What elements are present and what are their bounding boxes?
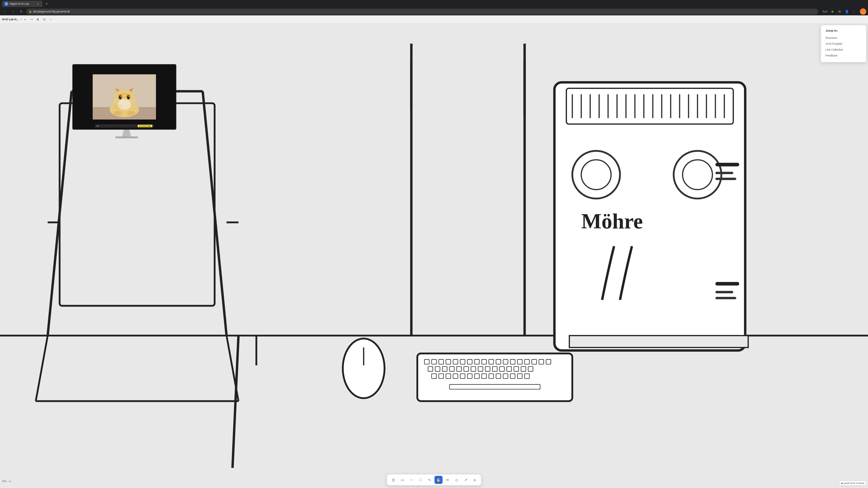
monitor-controls: cat − + Generate Image — [95, 124, 154, 128]
svg-point-122 — [127, 111, 135, 116]
browser-chrome: D Digital AI+D Lab ✕ + ← → ↻ 🔒 aid-playg… — [0, 0, 329, 15]
app-logo: AI+D Lab H... — [2, 18, 19, 21]
url-bar[interactable]: 🔒 aid-playground.hfg-gmuend.de — [26, 8, 329, 14]
monitor-screen: cat − + Generate Image — [72, 64, 176, 130]
address-bar: ← → ↻ 🔒 aid-playground.hfg-gmuend.de A⇄ … — [0, 8, 329, 15]
forward-button[interactable]: → — [10, 8, 16, 15]
lock-icon: 🔒 — [29, 10, 32, 13]
canvas-area[interactable]: Möhre — [0, 24, 329, 184]
url-text: aid-playground.hfg-gmuend.de — [33, 10, 70, 13]
monitor-stand — [122, 130, 131, 136]
undo-button[interactable]: ↩ — [23, 17, 28, 22]
duplicate-button[interactable]: ⧉ — [41, 17, 47, 22]
svg-point-111 — [127, 96, 129, 99]
tab-close-button[interactable]: ✕ — [36, 2, 40, 6]
prompt-input[interactable]: cat — [96, 125, 99, 127]
tab-bar: D Digital AI+D Lab ✕ + — [0, 0, 329, 8]
minus-btn[interactable]: − — [111, 125, 112, 127]
svg-point-113 — [128, 96, 129, 97]
svg-point-124 — [119, 99, 129, 105]
tab-title: Digital AI+D Lab — [9, 2, 29, 5]
tab-favicon: D — [4, 2, 8, 6]
redo-button[interactable]: ↪ — [29, 17, 34, 22]
svg-line-2 — [203, 91, 226, 184]
plus-btn[interactable]: + — [124, 125, 125, 127]
svg-point-112 — [120, 96, 121, 97]
app-toolbar: AI+D Lab H... ▾ ↩ ↪ 🗑 ⧉ ⋯ — [0, 15, 329, 24]
delete-button[interactable]: 🗑 — [35, 17, 41, 22]
more-toolbar-button[interactable]: ⋯ — [48, 17, 53, 22]
reload-button[interactable]: ↻ — [18, 8, 24, 15]
monitor-base — [115, 136, 138, 138]
generate-button[interactable]: Generate Image — [138, 125, 152, 127]
back-button[interactable]: ← — [2, 8, 8, 15]
cat-image — [93, 74, 156, 120]
svg-point-110 — [119, 96, 121, 99]
active-tab[interactable]: D Digital AI+D Lab ✕ — [2, 1, 42, 7]
app-dropdown-icon[interactable]: ▾ — [20, 18, 22, 21]
svg-point-121 — [114, 111, 122, 116]
monitor: cat − + Generate Image — [72, 64, 181, 141]
svg-line-1 — [48, 91, 71, 184]
new-tab-button[interactable]: + — [43, 1, 50, 7]
